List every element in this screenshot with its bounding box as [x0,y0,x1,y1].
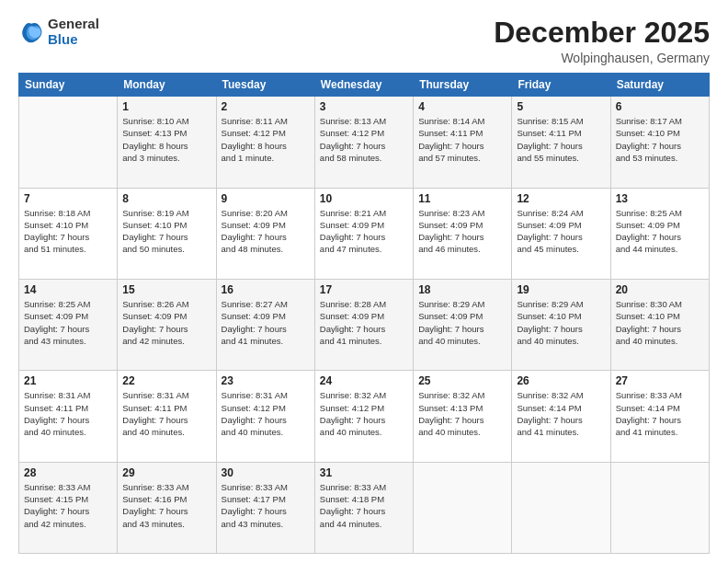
day-number: 29 [122,466,210,479]
calendar-cell: 21Sunrise: 8:31 AM Sunset: 4:11 PM Dayli… [19,371,118,462]
title-block: December 2025 Wolpinghausen, Germany [494,17,710,65]
calendar-cell: 16Sunrise: 8:27 AM Sunset: 4:09 PM Dayli… [216,279,314,370]
calendar-week-row: 28Sunrise: 8:33 AM Sunset: 4:15 PM Dayli… [19,462,710,553]
cell-content: Sunrise: 8:19 AM Sunset: 4:10 PM Dayligh… [122,207,210,256]
day-number: 5 [517,100,605,113]
day-number: 20 [616,283,704,296]
calendar-cell: 1Sunrise: 8:10 AM Sunset: 4:13 PM Daylig… [118,97,216,188]
cell-content: Sunrise: 8:32 AM Sunset: 4:13 PM Dayligh… [418,389,506,438]
day-number: 9 [222,192,310,205]
cell-content: Sunrise: 8:18 AM Sunset: 4:10 PM Dayligh… [24,207,112,256]
day-number: 27 [616,374,704,387]
cell-content: Sunrise: 8:33 AM Sunset: 4:14 PM Dayligh… [616,389,704,438]
cell-content: Sunrise: 8:31 AM Sunset: 4:12 PM Dayligh… [222,389,310,438]
calendar-cell [414,462,512,553]
cell-content: Sunrise: 8:14 AM Sunset: 4:11 PM Dayligh… [418,115,506,164]
logo: General Blue [18,17,99,47]
calendar-cell: 14Sunrise: 8:25 AM Sunset: 4:09 PM Dayli… [19,279,118,370]
calendar-cell: 26Sunrise: 8:32 AM Sunset: 4:14 PM Dayli… [512,371,610,462]
day-of-week-header: Tuesday [216,74,314,97]
cell-content: Sunrise: 8:13 AM Sunset: 4:12 PM Dayligh… [320,115,408,164]
day-number: 11 [418,192,506,205]
calendar-cell: 24Sunrise: 8:32 AM Sunset: 4:12 PM Dayli… [314,371,413,462]
calendar-cell: 19Sunrise: 8:29 AM Sunset: 4:10 PM Dayli… [512,279,610,370]
cell-content: Sunrise: 8:23 AM Sunset: 4:09 PM Dayligh… [418,207,506,256]
cell-content: Sunrise: 8:10 AM Sunset: 4:13 PM Dayligh… [122,115,210,164]
day-of-week-header: Thursday [414,74,512,97]
calendar-cell: 18Sunrise: 8:29 AM Sunset: 4:09 PM Dayli… [414,279,512,370]
cell-content: Sunrise: 8:21 AM Sunset: 4:09 PM Dayligh… [320,207,408,256]
calendar-body: 1Sunrise: 8:10 AM Sunset: 4:13 PM Daylig… [19,97,710,554]
calendar-cell: 20Sunrise: 8:30 AM Sunset: 4:10 PM Dayli… [610,279,709,370]
day-number: 17 [320,283,408,296]
calendar-cell: 27Sunrise: 8:33 AM Sunset: 4:14 PM Dayli… [610,371,709,462]
day-number: 31 [320,466,408,479]
calendar-cell: 8Sunrise: 8:19 AM Sunset: 4:10 PM Daylig… [118,188,216,279]
calendar-week-row: 21Sunrise: 8:31 AM Sunset: 4:11 PM Dayli… [19,371,710,462]
calendar-cell: 17Sunrise: 8:28 AM Sunset: 4:09 PM Dayli… [314,279,413,370]
cell-content: Sunrise: 8:27 AM Sunset: 4:09 PM Dayligh… [222,298,310,347]
day-number: 26 [517,374,605,387]
days-row: SundayMondayTuesdayWednesdayThursdayFrid… [19,74,710,97]
calendar-cell: 3Sunrise: 8:13 AM Sunset: 4:12 PM Daylig… [314,97,413,188]
calendar-cell: 9Sunrise: 8:20 AM Sunset: 4:09 PM Daylig… [216,188,314,279]
calendar-cell: 29Sunrise: 8:33 AM Sunset: 4:16 PM Dayli… [118,462,216,553]
calendar-cell: 7Sunrise: 8:18 AM Sunset: 4:10 PM Daylig… [19,188,118,279]
day-number: 21 [24,374,112,387]
calendar-cell [610,462,709,553]
calendar-cell: 30Sunrise: 8:33 AM Sunset: 4:17 PM Dayli… [216,462,314,553]
day-of-week-header: Wednesday [314,74,413,97]
day-number: 1 [122,100,210,113]
day-number: 12 [517,192,605,205]
day-number: 16 [222,283,310,296]
page: General Blue December 2025 Wolpinghausen… [0,0,728,563]
cell-content: Sunrise: 8:24 AM Sunset: 4:09 PM Dayligh… [517,207,605,256]
day-number: 15 [122,283,210,296]
day-number: 30 [222,466,310,479]
day-of-week-header: Monday [118,74,216,97]
cell-content: Sunrise: 8:31 AM Sunset: 4:11 PM Dayligh… [122,389,210,438]
cell-content: Sunrise: 8:15 AM Sunset: 4:11 PM Dayligh… [517,115,605,164]
header: General Blue December 2025 Wolpinghausen… [18,17,710,65]
calendar-cell: 11Sunrise: 8:23 AM Sunset: 4:09 PM Dayli… [414,188,512,279]
day-number: 24 [320,374,408,387]
day-number: 13 [616,192,704,205]
day-number: 3 [320,100,408,113]
day-number: 19 [517,283,605,296]
cell-content: Sunrise: 8:33 AM Sunset: 4:18 PM Dayligh… [320,481,408,530]
calendar-cell: 2Sunrise: 8:11 AM Sunset: 4:12 PM Daylig… [216,97,314,188]
day-of-week-header: Saturday [610,74,709,97]
calendar-cell: 13Sunrise: 8:25 AM Sunset: 4:09 PM Dayli… [610,188,709,279]
day-number: 2 [222,100,310,113]
logo-blue: Blue [48,32,99,48]
day-number: 18 [418,283,506,296]
day-number: 4 [418,100,506,113]
calendar-cell: 25Sunrise: 8:32 AM Sunset: 4:13 PM Dayli… [414,371,512,462]
cell-content: Sunrise: 8:33 AM Sunset: 4:17 PM Dayligh… [222,481,310,530]
day-number: 23 [222,374,310,387]
cell-content: Sunrise: 8:29 AM Sunset: 4:09 PM Dayligh… [418,298,506,347]
calendar-week-row: 7Sunrise: 8:18 AM Sunset: 4:10 PM Daylig… [19,188,710,279]
logo-general: General [48,17,99,32]
day-number: 10 [320,192,408,205]
month-title: December 2025 [494,17,710,49]
cell-content: Sunrise: 8:25 AM Sunset: 4:09 PM Dayligh… [24,298,112,347]
cell-content: Sunrise: 8:32 AM Sunset: 4:14 PM Dayligh… [517,389,605,438]
cell-content: Sunrise: 8:32 AM Sunset: 4:12 PM Dayligh… [320,389,408,438]
day-number: 6 [616,100,704,113]
day-number: 25 [418,374,506,387]
cell-content: Sunrise: 8:20 AM Sunset: 4:09 PM Dayligh… [222,207,310,256]
cell-content: Sunrise: 8:31 AM Sunset: 4:11 PM Dayligh… [24,389,112,438]
calendar-cell: 4Sunrise: 8:14 AM Sunset: 4:11 PM Daylig… [414,97,512,188]
day-of-week-header: Sunday [19,74,118,97]
calendar-cell: 10Sunrise: 8:21 AM Sunset: 4:09 PM Dayli… [314,188,413,279]
cell-content: Sunrise: 8:17 AM Sunset: 4:10 PM Dayligh… [616,115,704,164]
calendar-cell [19,97,118,188]
cell-content: Sunrise: 8:25 AM Sunset: 4:09 PM Dayligh… [616,207,704,256]
day-number: 28 [24,466,112,479]
calendar-cell: 12Sunrise: 8:24 AM Sunset: 4:09 PM Dayli… [512,188,610,279]
calendar-cell: 22Sunrise: 8:31 AM Sunset: 4:11 PM Dayli… [118,371,216,462]
calendar-cell: 23Sunrise: 8:31 AM Sunset: 4:12 PM Dayli… [216,371,314,462]
calendar-week-row: 14Sunrise: 8:25 AM Sunset: 4:09 PM Dayli… [19,279,710,370]
cell-content: Sunrise: 8:28 AM Sunset: 4:09 PM Dayligh… [320,298,408,347]
